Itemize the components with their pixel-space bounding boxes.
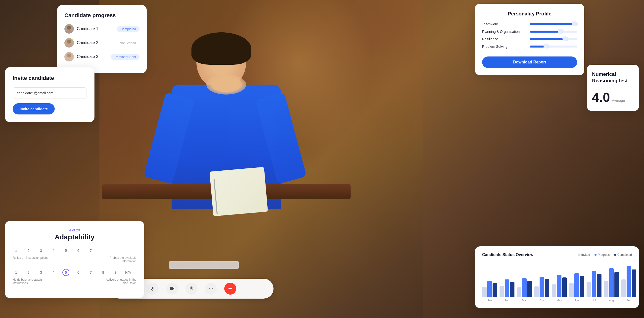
trait-bar-bg: 1 [530, 46, 577, 48]
chart-col-sep: Sep [621, 262, 636, 302]
trait-planning: Planning & Organisation 2 [482, 30, 577, 34]
scale-num[interactable]: 5 [62, 247, 69, 254]
scale-num[interactable]: 6 [75, 269, 82, 276]
chart-label-jul: Jul [592, 299, 596, 302]
bar-group [586, 262, 602, 297]
bar-progress [609, 268, 614, 297]
scale-num[interactable]: 8 [100, 269, 107, 276]
bar-invited [552, 284, 556, 297]
svg-point-4 [67, 54, 71, 58]
scale-num[interactable]: 3 [38, 247, 44, 254]
status-overview-title: Candidate Status Overview [482, 252, 533, 257]
trait-bar-fill: 3 [530, 38, 563, 40]
chart-label-apr: Apr [540, 299, 544, 302]
trait-teamwork: Teamwork 5 [482, 22, 577, 26]
scale-2-row: 1 2 3 4 5 6 7 8 9 N/A [13, 269, 136, 276]
svg-point-0 [67, 26, 71, 30]
bar-progress [522, 278, 527, 297]
svg-point-5 [66, 58, 72, 62]
invite-button[interactable]: Invite candidate [13, 103, 55, 114]
hand-icon [189, 286, 194, 291]
scale-2-labels: Holds back and awaits instructions Activ… [13, 278, 136, 285]
scale-1-row: 1 2 3 4 5 6 7 [13, 247, 136, 254]
bar-group [569, 262, 584, 297]
chart-col-apr: Apr [534, 262, 549, 302]
scale-num[interactable]: 7 [87, 247, 94, 254]
trait-bar-fill: 1 [530, 46, 544, 48]
microphone-button[interactable] [147, 283, 159, 295]
end-call-button[interactable] [224, 283, 236, 295]
scale-num[interactable]: 9 [112, 269, 119, 276]
bar-progress [505, 279, 509, 297]
bar-invited [586, 282, 591, 297]
scale-2-numbers: 1 2 3 4 5 6 7 8 9 N/A [13, 269, 132, 276]
scale-num[interactable]: 3 [38, 269, 44, 276]
bar-group [500, 262, 514, 297]
svg-rect-6 [152, 287, 154, 289]
bar-invited [534, 286, 539, 297]
bar-completed [632, 269, 636, 297]
legend-completed-label: Completed [618, 253, 632, 256]
legend-invited-dot [578, 254, 580, 256]
candidate-row: Candidate 3 Reminder Sent [64, 52, 140, 62]
legend-progress-dot [594, 254, 596, 256]
email-input[interactable] [13, 87, 87, 99]
scale-2-left-label: Holds back and awaits instructions [13, 278, 52, 285]
bar-group [621, 262, 636, 297]
chart-col-jun: Jun [569, 262, 584, 302]
hand-button[interactable] [186, 283, 198, 295]
download-report-button[interactable]: Download Report [482, 57, 577, 68]
trait-name: Teamwork [482, 22, 527, 26]
trait-bar-bg: 5 [530, 23, 577, 25]
numerical-score-value: 4.0 [592, 90, 610, 105]
adaptability-card: 4 of 20 Adaptability 1 2 3 4 5 6 7 Relie… [5, 221, 144, 298]
candidate-row: Candidate 1 Completed [64, 24, 140, 34]
bar-group [517, 262, 532, 297]
trait-name: Resilience [482, 37, 527, 41]
bar-progress [574, 273, 579, 297]
scale-num[interactable]: 4 [50, 269, 57, 276]
trait-problem-solving: Problem Solving 1 [482, 45, 577, 49]
chart-label-feb: Feb [505, 299, 510, 302]
scale-num[interactable]: 1 [13, 247, 20, 254]
candidate-progress-title: Candidate progress [64, 12, 140, 19]
candidate-1-info: Candidate 1 [64, 24, 98, 34]
bar-progress [557, 275, 562, 297]
trait-bar-bg: 3 [530, 38, 577, 40]
scale-num[interactable]: 4 [50, 247, 57, 254]
legend-invited: Invited [578, 253, 590, 256]
scale-num[interactable]: 1 [13, 269, 20, 276]
more-options-button[interactable]: ⋯ [205, 283, 217, 295]
scale-num-na[interactable]: N/A [124, 269, 132, 276]
bar-progress [626, 266, 631, 297]
bar-completed [562, 277, 567, 297]
trait-bar-fill: 2 [530, 31, 558, 33]
camera-icon [170, 286, 174, 291]
invite-candidate-card: Invite candidate Invite candidate [5, 67, 94, 122]
scale-num[interactable]: 7 [87, 269, 94, 276]
chart-col-feb: Feb [500, 262, 514, 302]
candidate-row: Candidate 2 Not Started [64, 38, 140, 48]
camera-button[interactable] [166, 283, 178, 295]
bar-chart: Jan Feb Mar Ap [482, 262, 632, 302]
svg-point-2 [67, 40, 71, 44]
scale-num[interactable]: 2 [25, 269, 32, 276]
scale-num-selected[interactable]: 5 [62, 269, 69, 276]
bar-invited [482, 287, 486, 297]
scale-1-labels: Relies on first assumptions Probes the a… [13, 256, 136, 263]
chart-col-mar: Mar [517, 262, 532, 302]
scale-num[interactable]: 2 [25, 247, 32, 254]
legend-completed-dot [614, 254, 616, 256]
scale-num[interactable]: 6 [75, 247, 82, 254]
candidate-2-status: Not Started [116, 40, 140, 46]
bar-invited [517, 287, 522, 297]
bar-invited [621, 279, 626, 297]
chart-label-sep: Sep [626, 299, 631, 302]
svg-point-3 [66, 44, 72, 48]
scale-1-numbers: 1 2 3 4 5 6 7 [13, 247, 94, 254]
numerical-reasoning-title: Numerical Reasoning test [592, 71, 634, 84]
bar-group [534, 262, 549, 297]
candidate-3-name: Candidate 3 [77, 55, 98, 59]
bar-completed [492, 283, 497, 297]
trait-name: Problem Solving [482, 45, 527, 49]
